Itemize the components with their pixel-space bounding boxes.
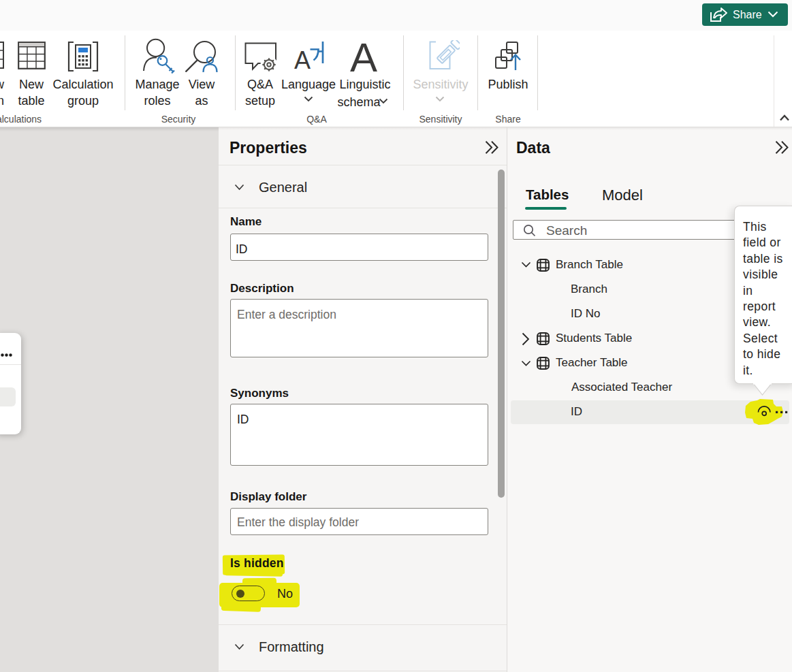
svg-text:A: A (294, 46, 311, 71)
svg-text:A: A (350, 37, 377, 73)
